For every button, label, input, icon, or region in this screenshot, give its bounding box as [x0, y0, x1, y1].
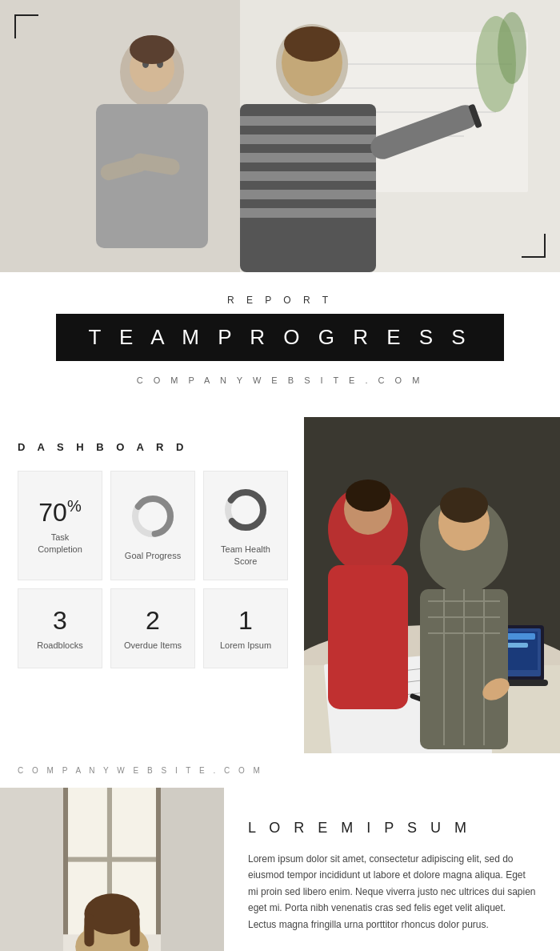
corner-bracket-tl: [14, 14, 38, 38]
lorem-body: Lorem ipsum dolor sit amet, consectetur …: [248, 851, 536, 933]
right-image-panel: [304, 417, 560, 753]
svg-point-24: [284, 26, 340, 62]
svg-rect-73: [84, 914, 94, 947]
team-health-label: Team HealthScore: [221, 544, 270, 568]
hero-image: [0, 0, 560, 272]
roadblocks-label: Roadblocks: [37, 640, 82, 652]
dashboard-panel: D A S H B O A R D 70% TaskCompletion Goa…: [0, 417, 304, 753]
svg-rect-75: [0, 788, 63, 951]
team-health-donut: [222, 486, 270, 537]
svg-point-50: [346, 480, 390, 512]
svg-rect-74: [130, 914, 139, 947]
metric-card-goal-progress: Goal Progress: [110, 471, 195, 580]
bottom-left-image: [0, 788, 224, 951]
middle-section: D A S H B O A R D 70% TaskCompletion Goa…: [0, 401, 560, 753]
footer-website: C O M P A N Y W E B S I T E . C O M: [18, 766, 542, 775]
bottom-right-text: L O R E M I P S U M Lorem ipsum dolor si…: [224, 788, 560, 951]
task-completion-value: 70%: [38, 498, 81, 525]
main-title-banner: T E A M P R O G R E S S: [56, 314, 503, 361]
metric-card-lorem: 1 Lorem Ipsum: [203, 588, 288, 668]
metric-card-overdue: 2 Overdue Items: [110, 588, 195, 668]
corner-bracket-br: [522, 234, 546, 258]
overdue-value: 2: [146, 608, 160, 633]
lorem-heading: L O R E M I P S U M: [248, 820, 536, 837]
metric-card-roadblocks: 3 Roadblocks: [18, 588, 102, 668]
metric-card-task-completion: 70% TaskCompletion: [18, 471, 102, 580]
svg-point-28: [498, 12, 526, 84]
svg-rect-22: [240, 208, 376, 218]
svg-rect-76: [161, 788, 224, 951]
goal-progress-donut: [129, 492, 177, 544]
svg-rect-20: [240, 171, 376, 181]
bottom-section: L O R E M I P S U M Lorem ipsum dolor si…: [0, 788, 560, 951]
roadblocks-value: 3: [53, 608, 67, 633]
svg-rect-17: [240, 116, 376, 126]
percent-sign: %: [67, 497, 82, 515]
hero-image-section: [0, 0, 560, 272]
task-completion-label: TaskCompletion: [38, 532, 82, 556]
metric-card-team-health: Team HealthScore: [203, 471, 288, 580]
svg-point-12: [130, 35, 174, 64]
metrics-grid: 70% TaskCompletion Goal Progress: [18, 471, 288, 668]
title-section: R E P O R T T E A M P R O G R E S S C O …: [0, 272, 560, 401]
dashboard-heading: D A S H B O A R D: [18, 441, 288, 453]
right-image: [304, 417, 560, 753]
svg-rect-21: [240, 190, 376, 199]
report-label: R E P O R T: [16, 295, 544, 306]
svg-rect-19: [240, 153, 376, 163]
lorem-label: Lorem Ipsum: [220, 640, 271, 652]
svg-rect-18: [240, 134, 376, 144]
goal-progress-label: Goal Progress: [125, 550, 181, 562]
svg-point-54: [440, 488, 488, 523]
svg-rect-51: [328, 565, 408, 709]
website-label-title: C O M P A N Y W E B S I T E . C O M: [16, 375, 544, 385]
svg-rect-16: [240, 104, 376, 272]
middle-footer: C O M P A N Y W E B S I T E . C O M: [0, 753, 560, 788]
overdue-label: Overdue Items: [124, 640, 182, 652]
lorem-value: 1: [238, 608, 253, 633]
svg-point-32: [228, 492, 263, 528]
